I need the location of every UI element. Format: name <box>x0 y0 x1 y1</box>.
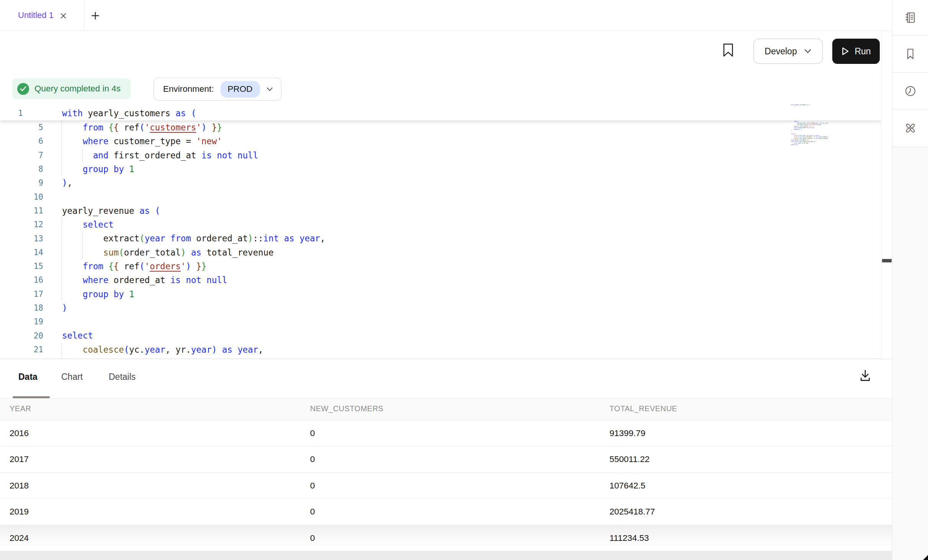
code-text: with yearly_customers as ( <box>62 106 196 120</box>
line-number: 8 <box>0 164 52 174</box>
code-line[interactable]: 18) <box>0 301 881 315</box>
tab-close-icon[interactable] <box>59 11 68 20</box>
code-line[interactable]: 5 from {{ ref('customers') }} <box>0 120 881 134</box>
tab-chart[interactable]: Chart <box>61 372 83 382</box>
notebook-icon <box>904 11 917 24</box>
table-cell: 0 <box>310 473 315 499</box>
code-text: from {{ ref('orders') }} <box>62 259 207 273</box>
sidebar-item-notebook[interactable] <box>892 0 928 36</box>
results-tab-bar: Data Chart Details <box>0 363 892 399</box>
tab-untitled-1[interactable]: Untitled 1 <box>0 0 85 31</box>
line-number: 20 <box>0 331 52 340</box>
indent-guide <box>82 148 83 162</box>
window-resize-corner <box>923 555 928 560</box>
sticky-scroll-line[interactable]: 1with yearly_customers as ( <box>0 106 881 120</box>
run-button[interactable]: Run <box>832 39 880 64</box>
code-line[interactable]: 9), <box>0 176 881 190</box>
sidebar-item-history[interactable] <box>892 73 928 110</box>
code-text: sum(order_total) as total_revenue <box>62 246 274 259</box>
code-lines[interactable]: 5 from {{ ref('customers') }}6 where cus… <box>0 120 881 359</box>
code-line[interactable]: 10 <box>0 190 881 203</box>
code-line[interactable]: 12 select <box>0 218 881 231</box>
column-header-total-revenue: TOTAL_REVENUE <box>609 404 677 413</box>
download-results-button[interactable] <box>858 368 873 383</box>
code-line[interactable]: 11yearly_revenue as ( <box>0 204 881 218</box>
download-icon <box>858 369 872 383</box>
right-icon-rail <box>892 0 928 560</box>
tab-data[interactable]: Data <box>18 372 38 382</box>
results-table-header: YEAR NEW_CUSTOMERS TOTAL_REVENUE <box>0 399 892 420</box>
develop-dropdown[interactable]: Develop <box>753 39 823 64</box>
table-row: 201902025418.77 <box>0 499 892 525</box>
query-status-badge: Query completed in 4s <box>12 78 131 99</box>
line-number: 7 <box>0 151 52 160</box>
play-icon <box>841 47 850 56</box>
code-line[interactable]: 20select <box>0 329 881 342</box>
scrollbar-thumb[interactable] <box>882 259 892 262</box>
line-number: 1 <box>0 109 52 118</box>
line-number: 13 <box>0 234 52 243</box>
code-line[interactable]: 15 from {{ ref('orders') }} <box>0 259 881 273</box>
column-header-new-customers: NEW_CUSTOMERS <box>310 404 384 413</box>
code-text: ) <box>62 301 67 315</box>
line-number: 17 <box>0 290 52 299</box>
bookmark-icon <box>904 47 917 60</box>
code-text: group by 1 <box>62 162 134 176</box>
new-tab-button[interactable] <box>89 10 101 22</box>
environment-selector[interactable]: Environment: PROD <box>154 78 281 101</box>
table-row: 20240111234.53 <box>0 525 892 552</box>
code-text: ), <box>62 176 72 190</box>
line-number: 9 <box>0 178 52 187</box>
sql-editor[interactable]: 5 from {{ ref('customers') }}6 where cus… <box>0 106 881 359</box>
code-line[interactable]: 8 group by 1 <box>0 162 881 176</box>
tab-bar: Untitled 1 <box>0 0 892 31</box>
indent-guide <box>82 231 83 259</box>
table-row: 2016091399.79 <box>0 420 892 447</box>
sidebar-item-assistant[interactable] <box>892 110 928 147</box>
table-cell: 0 <box>310 446 315 473</box>
code-line[interactable]: 19 <box>0 315 881 329</box>
run-label: Run <box>854 46 871 57</box>
editor-scrollbar-track[interactable] <box>881 31 892 359</box>
line-number: 14 <box>0 248 52 257</box>
code-line[interactable]: 16 where ordered_at is not null <box>0 273 881 287</box>
table-cell: 2017 <box>10 446 29 473</box>
success-check-icon <box>17 83 29 95</box>
query-status-text: Query completed in 4s <box>34 84 121 94</box>
active-tab-indicator <box>13 396 50 398</box>
table-cell: 111234.53 <box>609 525 649 552</box>
code-line[interactable]: 6 where customer_type = 'new' <box>0 134 881 148</box>
table-cell: 2024 <box>10 525 29 552</box>
code-text: from {{ ref('customers') }} <box>62 120 222 134</box>
chevron-down-icon <box>266 87 273 92</box>
line-number: 5 <box>0 123 52 132</box>
line-number: 12 <box>0 220 52 229</box>
environment-label: Environment: <box>163 84 214 94</box>
chevron-down-icon <box>804 49 812 54</box>
code-line[interactable]: 21 coalesce(yc.year, yr.year) as year, <box>0 343 881 357</box>
indent-guide <box>61 218 62 301</box>
results-table-body: 2016091399.7920170550011.2220180107642.5… <box>0 420 892 552</box>
sidebar-item-bookmarks[interactable] <box>892 36 928 73</box>
code-line[interactable]: 17 group by 1 <box>0 287 881 301</box>
code-text: where ordered_at is not null <box>62 273 227 287</box>
table-cell: 2016 <box>10 420 29 447</box>
line-number: 10 <box>0 192 52 202</box>
table-cell: 0 <box>310 525 315 552</box>
table-cell: 91399.79 <box>609 420 645 447</box>
code-line[interactable]: 13 extract(year from ordered_at)::int as… <box>0 231 881 245</box>
code-line[interactable]: 7 and first_ordered_at is not null <box>0 148 881 162</box>
code-line[interactable]: 14 sum(order_total) as total_revenue <box>0 246 881 259</box>
bookmark-query-button[interactable] <box>722 43 735 58</box>
line-number: 21 <box>0 345 52 354</box>
tab-details[interactable]: Details <box>109 372 136 382</box>
history-icon <box>904 85 917 98</box>
line-number: 16 <box>0 275 52 285</box>
table-cell: 0 <box>310 420 315 447</box>
code-text: group by 1 <box>62 287 134 301</box>
table-cell: 107642.5 <box>609 473 645 499</box>
line-number: 18 <box>0 303 52 313</box>
indent-guide <box>61 343 62 359</box>
sidebar-empty-area <box>892 147 928 560</box>
environment-value-badge: PROD <box>221 81 260 98</box>
